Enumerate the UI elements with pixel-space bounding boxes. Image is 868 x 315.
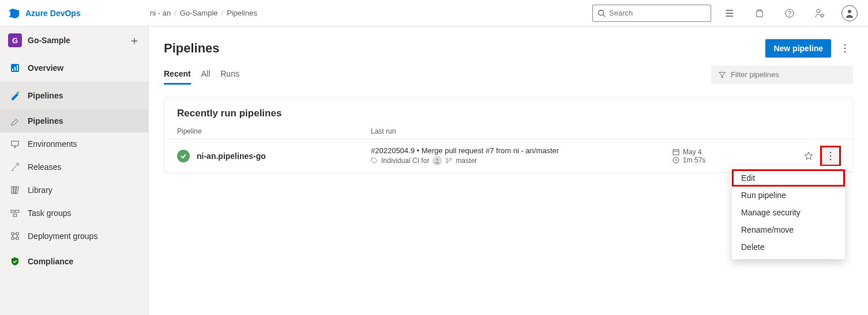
product-logo-area[interactable]: Azure DevOps bbox=[7, 6, 148, 20]
svg-rect-14 bbox=[17, 65, 18, 71]
overview-icon bbox=[9, 63, 21, 73]
help-icon[interactable]: ? bbox=[778, 2, 801, 25]
top-bar: Azure DevOps ni - an / Go-Sample / Pipel… bbox=[0, 0, 868, 26]
svg-rect-35 bbox=[673, 150, 679, 155]
tabs: Recent All Runs bbox=[164, 64, 239, 85]
sidebar-item-compliance[interactable]: Compliance bbox=[0, 248, 148, 275]
filter-icon bbox=[718, 71, 726, 79]
sidebar-item-releases[interactable]: Releases bbox=[0, 155, 148, 179]
sidebar-item-pipelines[interactable]: Pipelines bbox=[0, 109, 148, 132]
project-row[interactable]: G Go-Sample ＋ bbox=[0, 26, 148, 54]
branch-icon bbox=[445, 157, 452, 164]
work-items-icon[interactable] bbox=[718, 2, 741, 25]
breadcrumb-project[interactable]: Go-Sample bbox=[180, 9, 218, 17]
sidebar-item-label: Deployment groups bbox=[28, 231, 97, 241]
svg-point-28 bbox=[844, 48, 846, 50]
svg-rect-23 bbox=[12, 233, 14, 235]
svg-point-31 bbox=[436, 158, 438, 161]
calendar-icon bbox=[672, 149, 679, 155]
branch-name: master bbox=[456, 157, 477, 165]
filter-box[interactable] bbox=[711, 66, 853, 84]
sidebar-item-label: Pipelines bbox=[28, 91, 63, 100]
releases-icon bbox=[9, 162, 21, 172]
tab-recent[interactable]: Recent bbox=[164, 64, 191, 85]
user-settings-icon[interactable] bbox=[808, 2, 831, 25]
page-more-button[interactable] bbox=[837, 39, 853, 58]
svg-point-27 bbox=[844, 44, 846, 46]
search-input[interactable] bbox=[609, 9, 706, 17]
breadcrumb-org[interactable]: ni - an bbox=[150, 9, 171, 17]
task-groups-icon bbox=[9, 208, 21, 218]
more-vertical-icon bbox=[844, 44, 846, 53]
sidebar-item-environments[interactable]: Environments bbox=[0, 132, 148, 155]
favorite-button[interactable] bbox=[799, 147, 818, 165]
svg-rect-25 bbox=[12, 237, 14, 240]
marketplace-icon[interactable] bbox=[748, 2, 771, 25]
pipelines-icon bbox=[9, 90, 21, 101]
svg-point-39 bbox=[830, 158, 832, 160]
svg-rect-17 bbox=[12, 187, 13, 193]
svg-point-37 bbox=[830, 151, 832, 153]
sidebar-item-label: Task groups bbox=[28, 208, 71, 218]
user-avatar[interactable] bbox=[838, 2, 861, 25]
breadcrumb-page[interactable]: Pipelines bbox=[227, 9, 257, 17]
menu-item-run-pipeline[interactable]: Run pipeline bbox=[732, 187, 845, 204]
star-icon bbox=[804, 151, 813, 161]
col-last-run: Last run bbox=[371, 127, 713, 135]
svg-rect-24 bbox=[16, 233, 18, 235]
svg-point-2 bbox=[725, 10, 726, 10]
run-subtitle: Individual CI for master bbox=[371, 156, 672, 165]
svg-point-0 bbox=[599, 10, 604, 15]
sidebar-item-label: Overview bbox=[28, 63, 63, 73]
svg-point-38 bbox=[830, 155, 832, 157]
svg-point-15 bbox=[17, 92, 19, 94]
success-status-icon bbox=[177, 150, 190, 162]
more-vertical-icon bbox=[829, 151, 832, 161]
breadcrumb-separator: / bbox=[221, 9, 224, 17]
breadcrumb-separator: / bbox=[174, 9, 176, 17]
row-more-button[interactable] bbox=[821, 147, 840, 165]
sidebar-item-deployment-groups[interactable]: Deployment groups bbox=[0, 225, 148, 248]
svg-rect-13 bbox=[14, 67, 16, 71]
tag-icon bbox=[371, 157, 378, 164]
sidebar-item-label: Library bbox=[28, 185, 52, 195]
sidebar-item-label: Environments bbox=[28, 139, 77, 149]
new-pipeline-button[interactable]: New pipeline bbox=[765, 39, 831, 58]
svg-rect-12 bbox=[12, 69, 13, 71]
svg-rect-26 bbox=[16, 237, 18, 240]
add-icon[interactable]: ＋ bbox=[129, 33, 140, 48]
sidebar-item-task-groups[interactable]: Task groups bbox=[0, 202, 148, 225]
svg-point-4 bbox=[725, 16, 726, 16]
sidebar-item-library[interactable]: Library bbox=[0, 179, 148, 202]
table-header: Pipeline Last run bbox=[164, 124, 852, 139]
menu-item-delete[interactable]: Delete bbox=[732, 238, 845, 256]
svg-point-9 bbox=[821, 14, 824, 17]
main-content: Pipelines New pipeline Recent All Runs R… bbox=[149, 26, 868, 315]
pipeline-name: ni-an.pipelines-go bbox=[197, 151, 266, 161]
topbar-right: ? bbox=[592, 2, 861, 25]
compliance-icon bbox=[9, 256, 21, 267]
page-title: Pipelines bbox=[164, 41, 220, 56]
tab-all[interactable]: All bbox=[201, 64, 211, 85]
context-menu: Edit Run pipeline Manage security Rename… bbox=[732, 166, 845, 259]
sidebar-item-label: Pipelines bbox=[28, 116, 63, 126]
library-icon bbox=[9, 185, 21, 195]
svg-point-29 bbox=[844, 51, 846, 53]
svg-rect-5 bbox=[757, 11, 762, 17]
svg-point-33 bbox=[450, 158, 452, 160]
menu-item-edit[interactable]: Edit bbox=[732, 169, 845, 187]
svg-point-32 bbox=[446, 158, 448, 160]
search-icon bbox=[598, 9, 606, 17]
sidebar-item-pipelines-section[interactable]: Pipelines bbox=[0, 82, 148, 109]
azure-devops-icon bbox=[7, 6, 21, 20]
filter-input[interactable] bbox=[731, 70, 828, 79]
sidebar-item-overview[interactable]: Overview bbox=[0, 54, 148, 82]
svg-point-8 bbox=[817, 9, 820, 13]
svg-point-30 bbox=[372, 158, 373, 160]
search-box[interactable] bbox=[592, 5, 711, 22]
svg-rect-16 bbox=[12, 141, 18, 146]
tab-runs[interactable]: Runs bbox=[220, 64, 239, 85]
menu-item-rename-move[interactable]: Rename/move bbox=[732, 221, 845, 238]
menu-item-manage-security[interactable]: Manage security bbox=[732, 204, 845, 221]
environments-icon bbox=[9, 139, 21, 149]
